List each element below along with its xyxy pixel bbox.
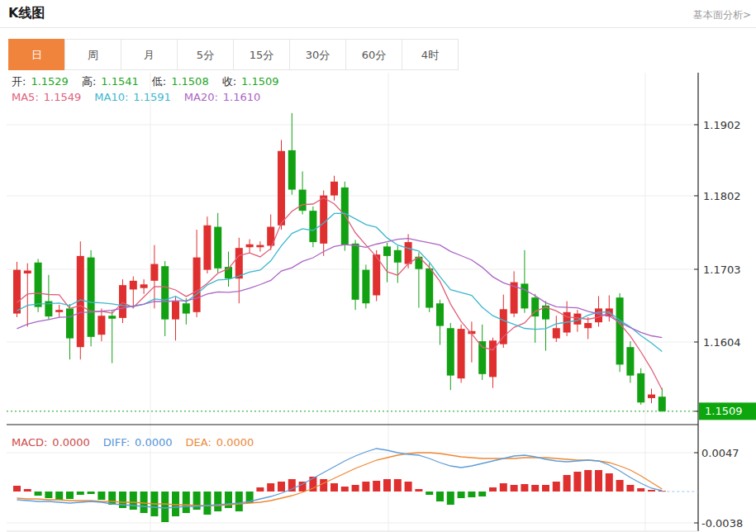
candle-body	[172, 302, 179, 320]
candle-body	[553, 328, 560, 338]
ohlc-label-2: 低:	[152, 75, 166, 88]
macd-bar	[140, 492, 148, 513]
macd-bar	[394, 479, 402, 492]
candle-body	[13, 270, 21, 314]
macd-bar	[478, 492, 486, 496]
macd-value-2: 0.0000	[216, 436, 254, 449]
macd-bar	[235, 492, 243, 511]
macd-bar	[341, 487, 349, 492]
macd-value-1: 0.0000	[135, 436, 173, 449]
period-tab-4[interactable]: 15分	[233, 39, 290, 70]
candle-body	[426, 268, 433, 308]
candle-body	[447, 328, 454, 375]
macd-label-2: DEA:	[186, 436, 212, 449]
macd-bar	[563, 475, 571, 492]
candle-body	[320, 196, 327, 244]
macd-bar	[468, 492, 475, 497]
macd-bar	[330, 483, 338, 492]
macd-bar	[97, 492, 105, 500]
macd-value-0: 0.0000	[52, 436, 90, 449]
macd-bar	[130, 492, 137, 510]
macd-bar	[35, 492, 42, 496]
candle-body	[130, 281, 137, 290]
candle-body	[288, 150, 296, 190]
candle-body	[626, 347, 634, 375]
macd-bar	[161, 492, 169, 522]
candle-body	[616, 297, 624, 364]
period-tab-7[interactable]: 4时	[402, 39, 459, 70]
macd-bar	[352, 485, 359, 492]
period-tab-2[interactable]: 月	[121, 39, 178, 70]
macd-bar	[256, 487, 264, 492]
candle-body	[648, 395, 655, 398]
candle-body	[150, 264, 158, 281]
macd-bar	[626, 485, 634, 492]
period-tab-5[interactable]: 30分	[289, 39, 346, 70]
macd-bar	[500, 483, 507, 492]
macd-bar	[362, 482, 369, 492]
candle-body	[394, 250, 402, 263]
macd-bar	[458, 492, 465, 498]
ma-value-1: 1.1591	[133, 91, 171, 103]
price-axis-label: 1.1703	[703, 264, 741, 276]
macd-bar	[55, 492, 63, 500]
macd-bar	[320, 479, 327, 492]
candle-body	[341, 188, 349, 245]
fundamental-analysis-link[interactable]: 基本面分析>	[693, 8, 751, 22]
macd-bar	[573, 472, 581, 492]
macd-bar	[45, 492, 52, 498]
macd-bar	[193, 492, 201, 510]
ma-legend: MA5:1.1549MA10:1.1591MA20:1.1610	[12, 91, 273, 103]
kline-chart[interactable]: 1.19021.18021.17031.16040.0047-0.00381.1…	[0, 71, 756, 532]
ma-label-1: MA10:	[94, 91, 128, 103]
price-axis-label: 1.1802	[703, 190, 741, 202]
candle-body	[256, 245, 264, 248]
candle-body	[193, 258, 201, 312]
candle-body	[55, 310, 63, 312]
candle-body	[352, 244, 359, 300]
period-tab-bar: 日周月5分15分30分60分4时	[8, 39, 459, 70]
period-tab-1[interactable]: 周	[64, 39, 121, 70]
candle-body	[500, 309, 507, 344]
candle-body	[478, 341, 486, 374]
macd-bar	[405, 482, 412, 492]
macd-bar	[521, 484, 528, 492]
candle-body	[35, 263, 42, 307]
macd-bar	[637, 488, 644, 492]
macd-bar	[595, 470, 602, 492]
candle-body	[299, 190, 307, 211]
candle-body	[214, 227, 221, 268]
candle-body	[140, 284, 148, 287]
macd-bar	[511, 485, 518, 492]
macd-bar	[119, 492, 126, 508]
candle-body	[405, 242, 412, 264]
candle-body	[24, 271, 31, 274]
ma-value-0: 1.1549	[44, 91, 82, 103]
macd-bar	[383, 479, 391, 492]
macd-axis-label: 0.0047	[701, 447, 739, 459]
candle-body	[521, 283, 528, 308]
ohlc-value-2: 1.1508	[171, 75, 209, 88]
candle-body	[436, 303, 444, 325]
macd-bar	[88, 492, 95, 494]
macd-bar	[415, 489, 422, 492]
macd-bar	[203, 492, 211, 515]
ma5-line	[17, 197, 663, 389]
macd-label-1: DIFF:	[103, 436, 130, 449]
period-tab-0[interactable]: 日	[8, 39, 65, 70]
period-tab-3[interactable]: 5分	[177, 39, 234, 70]
candle-body	[119, 285, 126, 318]
candle-body	[108, 316, 116, 319]
candle-body	[183, 303, 190, 313]
ohlc-label-1: 高:	[82, 75, 96, 88]
macd-bar	[436, 492, 444, 501]
ohlc-value-3: 1.1509	[241, 75, 279, 88]
macd-bar	[553, 482, 560, 492]
period-tab-6[interactable]: 60分	[345, 39, 402, 70]
ohlc-value-1: 1.1541	[101, 75, 139, 88]
page-title: K线图	[8, 5, 45, 22]
macd-bar	[447, 492, 454, 505]
kline-widget: K线图 基本面分析> 日周月5分15分30分60分4时 开:1.1529高:1.…	[0, 0, 756, 532]
current-price-tag-text: 1.1509	[705, 405, 743, 417]
candle-body	[97, 316, 105, 335]
